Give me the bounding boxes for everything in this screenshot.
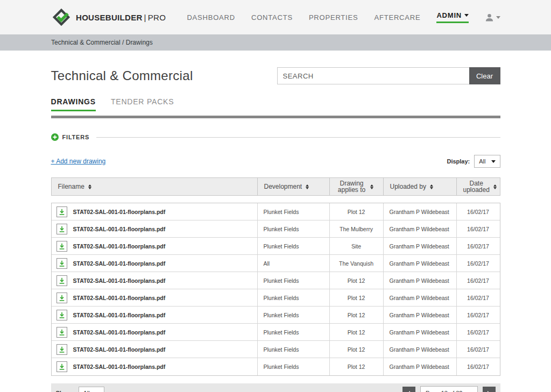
search-group: Clear xyxy=(277,67,500,84)
nav-item-admin-label: ADMIN xyxy=(436,11,462,19)
chevron-down-icon xyxy=(496,16,500,19)
development-cell: Plunket Fields xyxy=(258,358,330,375)
header-development-label: Development xyxy=(264,183,302,190)
download-icon[interactable] xyxy=(56,258,67,269)
add-new-drawing-link[interactable]: + Add new drawing xyxy=(51,158,106,165)
filename-text: STAT02-SAL-001-01-floorplans.pdf xyxy=(73,209,166,215)
date-uploaded-cell: 16/02/17 xyxy=(457,307,500,323)
brand-text: HOUSEBUILDER | PRO xyxy=(76,13,166,22)
development-cell: Plunket Fields xyxy=(258,272,330,289)
show-select-value: All xyxy=(83,390,90,392)
table-body: STAT02-SAL-001-01-floorplans.pdf Plunket… xyxy=(51,203,500,376)
display-select[interactable]: All xyxy=(474,155,500,168)
tab-drawings[interactable]: DRAWINGS xyxy=(51,97,96,111)
table-footer: Show: All Page 13 of 32 xyxy=(51,383,500,392)
nav-item-aftercare[interactable]: AFTERCARE xyxy=(374,13,420,22)
page-select[interactable]: Page 13 of 32 xyxy=(420,386,478,392)
uploaded-by-cell: Grantham P Wildebeast xyxy=(384,289,457,306)
search-input[interactable] xyxy=(277,67,469,84)
table-row: STAT02-SAL-001-01-floorplans.pdf Plunket… xyxy=(52,272,500,289)
header-filename-label: Filename xyxy=(58,183,84,190)
filename-cell: STAT02-SAL-001-01-floorplans.pdf xyxy=(52,272,258,289)
header-uploaded-by: Uploaded by xyxy=(384,178,457,195)
filename-text: STAT02-SAL-001-01-floorplans.pdf xyxy=(73,364,166,370)
main-content: Technical & Commercial Clear DRAWINGS TE… xyxy=(51,67,500,392)
nav-item-dashboard[interactable]: DASHBOARD xyxy=(187,13,235,22)
table-row: STAT02-SAL-001-01-floorplans.pdf Plunket… xyxy=(52,203,500,220)
filename-text: STAT02-SAL-001-01-floorplans.pdf xyxy=(73,295,166,301)
filename-cell: STAT02-SAL-001-01-floorplans.pdf xyxy=(52,220,258,237)
sort-icon[interactable] xyxy=(430,184,433,189)
show-label: Show: xyxy=(56,390,74,392)
date-uploaded-cell: 16/02/17 xyxy=(457,341,500,358)
uploaded-by-cell: Grantham P Wildebeast xyxy=(384,307,457,323)
prev-page-button[interactable] xyxy=(402,387,415,392)
nav-item-properties[interactable]: PROPERTIES xyxy=(309,13,358,22)
nav-item-contacts[interactable]: CONTACTS xyxy=(251,13,293,22)
filename-cell: STAT02-SAL-001-01-floorplans.pdf xyxy=(52,289,258,306)
table-row: STAT02-SAL-001-01-floorplans.pdf Plunket… xyxy=(52,341,500,358)
filters-line xyxy=(96,137,500,138)
nav-items: DASHBOARD CONTACTS PROPERTIES AFTERCARE … xyxy=(187,11,500,23)
uploaded-by-cell: Grantham P Wildebeast xyxy=(384,324,457,340)
download-icon[interactable] xyxy=(56,241,67,252)
applies-to-cell: Plot 12 xyxy=(330,307,384,323)
download-icon[interactable] xyxy=(56,275,67,286)
tab-tender-packs[interactable]: TENDER PACKS xyxy=(111,97,174,111)
page-select-value: Page 13 of 32 xyxy=(426,390,463,392)
applies-to-cell: Plot 12 xyxy=(330,289,384,306)
table-row: STAT02-SAL-001-01-floorplans.pdf Plunket… xyxy=(52,324,500,341)
download-icon[interactable] xyxy=(56,224,67,234)
download-icon[interactable] xyxy=(56,344,67,355)
user-menu[interactable] xyxy=(485,13,500,22)
applies-to-cell: Site xyxy=(330,238,384,254)
download-icon[interactable] xyxy=(56,310,67,320)
applies-to-cell: Plot 12 xyxy=(330,324,384,340)
filename-cell: STAT02-SAL-001-01-floorplans.pdf xyxy=(52,203,258,220)
sort-icon[interactable] xyxy=(306,184,309,189)
applies-to-cell: Plot 12 xyxy=(330,272,384,289)
show-group: Show: All xyxy=(56,387,104,392)
table-row: STAT02-SAL-001-01-floorplans.pdf Plunket… xyxy=(52,238,500,255)
table-row: STAT02-SAL-001-01-floorplans.pdf Plunket… xyxy=(52,307,500,324)
development-cell: Plunket Fields xyxy=(258,307,330,323)
sort-icon[interactable] xyxy=(370,184,373,189)
table-row: STAT02-SAL-001-01-floorplans.pdf Plunket… xyxy=(52,220,500,238)
sort-icon[interactable] xyxy=(493,184,497,189)
clear-button[interactable]: Clear xyxy=(469,67,500,84)
date-uploaded-cell: 16/02/17 xyxy=(457,289,500,306)
display-select-value: All xyxy=(479,158,485,165)
header-applies-to: Drawing applies to xyxy=(330,178,384,195)
filters-row[interactable]: FILTERS xyxy=(51,133,500,141)
header-development: Development xyxy=(258,178,330,195)
filters-label: FILTERS xyxy=(62,134,90,140)
date-uploaded-cell: 16/02/17 xyxy=(457,220,500,237)
download-icon[interactable] xyxy=(56,293,67,303)
breadcrumb-bar: Technical & Commercial / Drawings xyxy=(0,34,551,51)
development-cell: Plunket Fields xyxy=(258,238,330,254)
date-uploaded-cell: 16/02/17 xyxy=(457,255,500,272)
show-select[interactable]: All xyxy=(79,387,104,392)
uploaded-by-cell: Grantham P Wildebeast xyxy=(384,255,457,272)
nav-item-admin[interactable]: ADMIN xyxy=(436,11,469,23)
development-cell: All xyxy=(258,255,330,272)
next-page-button[interactable] xyxy=(483,387,496,392)
sort-icon[interactable] xyxy=(88,184,91,189)
download-icon[interactable] xyxy=(56,206,67,217)
filename-text: STAT02-SAL-001-01-floorplans.pdf xyxy=(73,312,166,318)
header-date-uploaded-label: Date uploaded xyxy=(463,180,490,193)
uploaded-by-cell: Grantham P Wildebeast xyxy=(384,341,457,358)
pagination: Page 13 of 32 xyxy=(402,386,496,392)
download-icon[interactable] xyxy=(56,361,67,372)
filename-cell: STAT02-SAL-001-01-floorplans.pdf xyxy=(52,341,258,358)
development-cell: Plunket Fields xyxy=(258,341,330,358)
divider xyxy=(51,116,500,118)
development-cell: Plunket Fields xyxy=(258,324,330,340)
applies-to-cell: Plot 12 xyxy=(330,358,384,375)
date-uploaded-cell: 16/02/17 xyxy=(457,203,500,220)
tabs: DRAWINGS TENDER PACKS xyxy=(51,97,500,111)
filename-text: STAT02-SAL-001-01-floorplans.pdf xyxy=(73,260,166,267)
brand-logo-icon xyxy=(51,7,72,27)
brand[interactable]: HOUSEBUILDER | PRO xyxy=(51,7,166,27)
download-icon[interactable] xyxy=(56,327,67,338)
